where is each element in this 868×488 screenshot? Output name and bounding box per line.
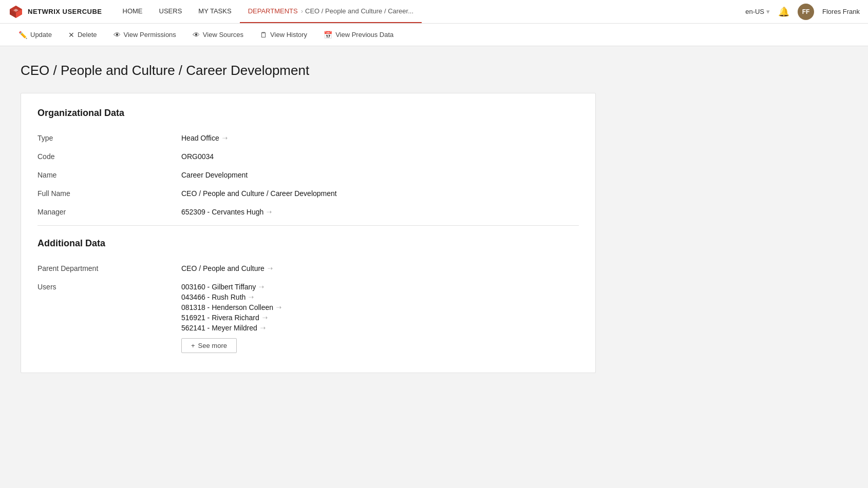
additional-data-section: Additional Data Parent Department CEO / … xyxy=(37,238,579,358)
list-item: 562141 - Meyer Mildred ⇢ xyxy=(181,324,579,332)
list-item: 003160 - Gilbert Tiffany ⇢ xyxy=(181,283,579,291)
external-link-icon[interactable]: ⇢ xyxy=(222,134,228,142)
full-name-value: CEO / People and Culture / Career Develo… xyxy=(181,189,579,198)
parent-department-value: CEO / People and Culture ⇢ xyxy=(181,264,579,272)
data-card: Organizational Data Type Head Office ⇢ C… xyxy=(21,93,596,373)
list-item: 081318 - Henderson Colleen ⇢ xyxy=(181,303,579,311)
full-name-row: Full Name CEO / People and Culture / Car… xyxy=(37,184,579,203)
list-item: 516921 - Rivera Richard ⇢ xyxy=(181,314,579,322)
type-value: Head Office ⇢ xyxy=(181,134,579,142)
users-value: 003160 - Gilbert Tiffany ⇢ 043466 - Rush… xyxy=(181,283,579,353)
user-link-icon-2[interactable]: ⇢ xyxy=(276,304,281,311)
see-more-button[interactable]: + See more xyxy=(181,338,237,353)
plus-icon: + xyxy=(191,342,195,349)
top-right: en-US ▾ 🔔 FF Flores Frank xyxy=(745,4,860,20)
organizational-data-section: Organizational Data Type Head Office ⇢ C… xyxy=(37,108,579,221)
logo-icon xyxy=(8,4,24,19)
view-history-button[interactable]: 🗒 View History xyxy=(252,24,315,46)
list-item: 043466 - Rush Ruth ⇢ xyxy=(181,293,579,301)
type-row: Type Head Office ⇢ xyxy=(37,129,579,147)
nav-departments[interactable]: DEPARTMENTS › CEO / People and Culture /… xyxy=(240,0,422,23)
parent-department-label: Parent Department xyxy=(37,264,181,272)
section-divider xyxy=(37,225,579,226)
organizational-data-title: Organizational Data xyxy=(37,108,579,119)
code-label: Code xyxy=(37,152,181,161)
eye-icon: 👁 xyxy=(114,31,121,39)
type-label: Type xyxy=(37,134,181,142)
manager-value: 652309 - Cervantes Hugh ⇢ xyxy=(181,208,579,216)
top-nav: NETWRIX USERCUBE HOME USERS MY TASKS DEP… xyxy=(0,0,868,24)
manager-row: Manager 652309 - Cervantes Hugh ⇢ xyxy=(37,203,579,221)
user-link-icon-4[interactable]: ⇢ xyxy=(260,324,266,331)
name-row: Name Career Development xyxy=(37,166,579,184)
main-nav: HOME USERS MY TASKS DEPARTMENTS › CEO / … xyxy=(115,0,422,23)
nav-home[interactable]: HOME xyxy=(115,0,151,23)
history-icon: 🗒 xyxy=(260,31,267,39)
code-row: Code ORG0034 xyxy=(37,147,579,166)
name-value: Career Development xyxy=(181,171,579,179)
close-icon: ✕ xyxy=(68,31,74,39)
user-link-icon-3[interactable]: ⇢ xyxy=(262,314,268,321)
manager-label: Manager xyxy=(37,208,181,216)
eye-icon-2: 👁 xyxy=(193,31,200,39)
calendar-icon: 📅 xyxy=(324,31,332,39)
users-label: Users xyxy=(37,283,181,291)
user-link-icon-1[interactable]: ⇢ xyxy=(249,294,254,301)
manager-link-icon[interactable]: ⇢ xyxy=(267,208,272,216)
name-label: Name xyxy=(37,171,181,179)
additional-data-title: Additional Data xyxy=(37,238,579,249)
app-title: NETWRIX USERCUBE xyxy=(28,8,102,15)
breadcrumb-current: CEO / People and Culture / Career... xyxy=(305,7,413,15)
notifications-icon[interactable]: 🔔 xyxy=(778,6,789,17)
nav-my-tasks[interactable]: MY TASKS xyxy=(190,0,239,23)
users-row: Users 003160 - Gilbert Tiffany ⇢ 043466 … xyxy=(37,278,579,358)
delete-button[interactable]: ✕ Delete xyxy=(60,24,105,46)
full-name-label: Full Name xyxy=(37,189,181,198)
logo-area[interactable]: NETWRIX USERCUBE xyxy=(8,4,102,19)
page-title: CEO / People and Culture / Career Develo… xyxy=(21,63,596,79)
action-toolbar: ✏️ Update ✕ Delete 👁 View Permissions 👁 … xyxy=(0,24,868,46)
code-value: ORG0034 xyxy=(181,152,579,161)
chevron-down-icon: ▾ xyxy=(766,8,770,15)
user-avatar[interactable]: FF xyxy=(798,4,814,20)
user-link-icon-0[interactable]: ⇢ xyxy=(259,283,264,290)
parent-dept-link-icon[interactable]: ⇢ xyxy=(268,265,273,272)
users-list: 003160 - Gilbert Tiffany ⇢ 043466 - Rush… xyxy=(181,283,579,332)
edit-icon: ✏️ xyxy=(18,31,27,39)
parent-department-row: Parent Department CEO / People and Cultu… xyxy=(37,259,579,278)
page-content: CEO / People and Culture / Career Develo… xyxy=(0,46,616,389)
nav-users[interactable]: USERS xyxy=(151,0,191,23)
language-selector[interactable]: en-US ▾ xyxy=(745,8,770,15)
view-previous-data-button[interactable]: 📅 View Previous Data xyxy=(315,24,402,46)
view-sources-button[interactable]: 👁 View Sources xyxy=(184,24,252,46)
update-button[interactable]: ✏️ Update xyxy=(10,24,60,46)
view-permissions-button[interactable]: 👁 View Permissions xyxy=(105,24,184,46)
user-name[interactable]: Flores Frank xyxy=(822,8,860,15)
